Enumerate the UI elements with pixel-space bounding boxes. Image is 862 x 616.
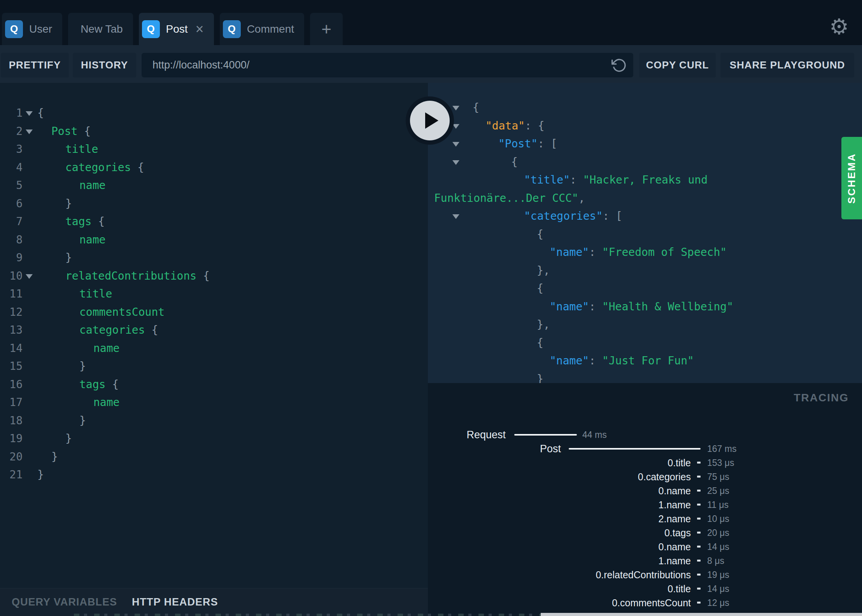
code-text: "name": "Health & Wellbeing" [550, 298, 733, 316]
trace-dash-icon [697, 560, 701, 562]
tab-user[interactable]: QUser [2, 13, 62, 45]
code-line: 14name [0, 340, 428, 358]
settings-gear-icon[interactable]: ⚙ [829, 14, 849, 39]
code-segment: tags [79, 378, 112, 391]
code-segment: "Post" [498, 137, 538, 150]
code-segment: : [589, 246, 602, 259]
code-segment: }, [537, 264, 550, 277]
code-line: "title": "Hacker, Freaks und [428, 171, 862, 189]
query-editor-pane[interactable]: 1{2Post {3title4categories {5name6}7tags… [0, 83, 428, 588]
history-button[interactable]: HISTORY [73, 53, 136, 77]
code-text: commentsCount [79, 303, 165, 322]
close-tab-icon[interactable]: × [196, 22, 204, 36]
code-line: 12commentsCount [0, 303, 428, 322]
prettify-button[interactable]: PRETTIFY [1, 53, 69, 77]
code-segment: : [570, 173, 583, 186]
code-text: { [511, 153, 518, 172]
play-icon [425, 112, 438, 129]
code-line: "categories": [ [428, 207, 862, 226]
schema-side-tab[interactable]: SCHEMA [841, 137, 862, 219]
fold-arrow-icon[interactable] [452, 214, 459, 219]
response-json: {"data": {"Post": [{"title": "Hacker, Fr… [428, 99, 862, 383]
line-number: 6 [0, 195, 23, 213]
trace-row: Request44 ms [428, 428, 862, 442]
endpoint-url-input[interactable] [142, 53, 633, 77]
trace-label: 0.name [659, 540, 691, 554]
code-text: } [65, 195, 72, 213]
code-segment: } [65, 432, 72, 445]
code-segment: tags [65, 215, 98, 228]
code-line: 4categories { [0, 159, 428, 177]
code-line: 8name [0, 231, 428, 249]
tabs-container: QUserNew TabQPost×QComment+ [2, 13, 343, 45]
code-segment: { [112, 378, 119, 391]
fold-arrow-icon[interactable] [26, 274, 33, 279]
trace-dash-icon [697, 588, 701, 590]
fold-arrow-icon[interactable] [452, 160, 459, 165]
query-type-badge: Q [142, 20, 160, 38]
tab-post[interactable]: QPost× [139, 13, 214, 45]
line-number: 8 [0, 231, 23, 249]
tab-comment[interactable]: QComment [220, 13, 304, 45]
code-line: }, [428, 316, 862, 334]
trace-label: 0.relatedContributions [596, 568, 691, 582]
tab-query-variables[interactable]: QUERY VARIABLES [12, 596, 117, 608]
trace-label: 2.name [659, 512, 691, 526]
trace-duration: 14 μs [707, 582, 729, 596]
code-segment: : { [525, 119, 545, 132]
reload-icon[interactable] [611, 58, 627, 73]
share-playground-button[interactable]: SHARE PLAYGROUND [720, 53, 854, 77]
code-segment: : [ [603, 210, 622, 222]
line-number: 4 [0, 159, 23, 177]
code-segment: categories [79, 324, 151, 336]
line-number: 10 [0, 267, 23, 285]
code-text: } [79, 412, 86, 430]
trace-duration: 75 μs [707, 470, 729, 484]
fold-arrow-icon[interactable] [26, 111, 33, 116]
trace-row: 0.title14 μs [428, 582, 862, 596]
copy-curl-button[interactable]: COPY CURL [639, 53, 716, 77]
code-line: "Post": [ [428, 135, 862, 153]
tab-new-tab[interactable]: New Tab [68, 13, 133, 45]
trace-bar [569, 448, 701, 450]
fold-arrow-icon[interactable] [26, 130, 33, 134]
code-text: "name": "Just For Fun" [550, 352, 694, 370]
code-text: } [37, 466, 44, 484]
trace-row: 0.name25 μs [428, 484, 862, 498]
code-line: 15} [0, 357, 428, 376]
trace-dash-icon [697, 462, 701, 464]
code-segment: name [93, 396, 119, 409]
code-segment: "Health & Wellbeing" [602, 300, 733, 313]
code-segment: { [37, 107, 44, 119]
code-segment: { [137, 161, 144, 174]
trace-duration: 44 ms [582, 428, 607, 442]
trace-dash-icon [697, 574, 701, 576]
code-segment: "Hacker, Freaks und [583, 173, 708, 186]
code-text: name [93, 394, 119, 412]
code-text: title [65, 140, 98, 159]
code-segment: : [589, 300, 602, 313]
code-segment: { [537, 336, 543, 349]
code-line: "name": "Just For Fun" [428, 352, 862, 370]
code-text: { [37, 104, 44, 122]
fold-arrow-icon[interactable] [452, 142, 459, 147]
execute-query-button[interactable] [406, 96, 454, 145]
execute-button-circle [410, 101, 450, 140]
code-segment: { [98, 215, 105, 228]
code-line: } [428, 370, 862, 383]
code-line: 3title [0, 140, 428, 159]
trace-label: 0.title [668, 456, 691, 470]
code-text: } [65, 430, 72, 448]
code-segment: "name" [550, 354, 589, 367]
add-tab-button[interactable]: + [310, 13, 343, 45]
code-text: "title": "Hacker, Freaks und [524, 171, 708, 189]
horizontal-scrollbar[interactable] [541, 613, 862, 616]
code-segment: { [537, 282, 543, 295]
fold-arrow-icon[interactable] [452, 106, 459, 110]
tab-http-headers[interactable]: HTTP HEADERS [132, 596, 218, 608]
code-line: 18} [0, 412, 428, 430]
line-number: 9 [0, 249, 23, 267]
code-segment: } [79, 414, 86, 427]
trace-label: 0.title [668, 582, 691, 596]
line-number: 13 [0, 321, 23, 340]
